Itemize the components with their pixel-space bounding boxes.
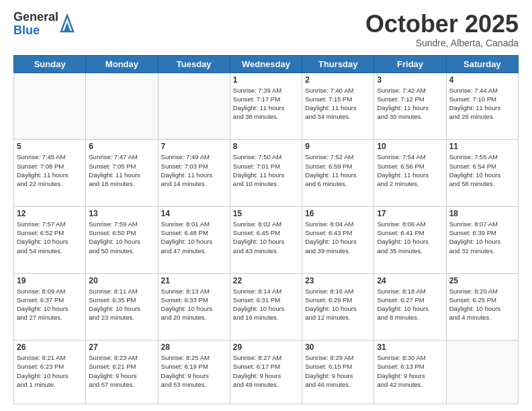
calendar-week-row: 12Sunrise: 7:57 AM Sunset: 6:52 PM Dayli… <box>14 206 519 273</box>
day-number: 27 <box>89 342 154 352</box>
day-info: Sunrise: 8:27 AM Sunset: 6:17 PM Dayligh… <box>233 353 299 389</box>
weekday-header-thursday: Thursday <box>302 55 374 73</box>
day-info: Sunrise: 8:23 AM Sunset: 6:21 PM Dayligh… <box>89 353 154 389</box>
day-number: 31 <box>377 342 443 352</box>
day-number: 5 <box>17 142 83 151</box>
day-number: 16 <box>305 209 371 218</box>
calendar-cell: 31Sunrise: 8:30 AM Sunset: 6:13 PM Dayli… <box>374 340 446 404</box>
calendar-cell: 3Sunrise: 7:42 AM Sunset: 7:12 PM Daylig… <box>374 73 446 140</box>
calendar-cell: 6Sunrise: 7:47 AM Sunset: 7:05 PM Daylig… <box>86 140 158 207</box>
day-info: Sunrise: 7:50 AM Sunset: 7:01 PM Dayligh… <box>233 152 299 188</box>
day-info: Sunrise: 8:13 AM Sunset: 6:33 PM Dayligh… <box>161 287 227 322</box>
calendar-week-row: 19Sunrise: 8:09 AM Sunset: 6:37 PM Dayli… <box>14 273 519 340</box>
title-area: October 2025 Sundre, Alberta, Canada <box>365 11 519 48</box>
day-info: Sunrise: 8:09 AM Sunset: 6:37 PM Dayligh… <box>17 287 83 322</box>
calendar-cell <box>14 73 86 140</box>
calendar-cell: 27Sunrise: 8:23 AM Sunset: 6:21 PM Dayli… <box>86 340 158 404</box>
day-info: Sunrise: 8:07 AM Sunset: 6:39 PM Dayligh… <box>449 220 515 255</box>
calendar-cell: 28Sunrise: 8:25 AM Sunset: 6:19 PM Dayli… <box>158 340 230 404</box>
calendar-cell: 11Sunrise: 7:55 AM Sunset: 6:54 PM Dayli… <box>446 140 518 207</box>
day-info: Sunrise: 8:21 AM Sunset: 6:23 PM Dayligh… <box>17 353 83 389</box>
calendar-table: SundayMondayTuesdayWednesdayThursdayFrid… <box>13 55 519 404</box>
calendar-cell: 2Sunrise: 7:40 AM Sunset: 7:15 PM Daylig… <box>302 73 374 140</box>
calendar-week-row: 1Sunrise: 7:39 AM Sunset: 7:17 PM Daylig… <box>14 73 519 140</box>
day-info: Sunrise: 7:49 AM Sunset: 7:03 PM Dayligh… <box>161 152 227 188</box>
calendar-cell: 5Sunrise: 7:45 AM Sunset: 7:08 PM Daylig… <box>14 140 86 207</box>
calendar-cell: 21Sunrise: 8:13 AM Sunset: 6:33 PM Dayli… <box>158 273 230 340</box>
day-info: Sunrise: 7:47 AM Sunset: 7:05 PM Dayligh… <box>89 152 154 188</box>
day-info: Sunrise: 7:54 AM Sunset: 6:56 PM Dayligh… <box>377 152 443 188</box>
day-number: 25 <box>449 276 515 285</box>
day-info: Sunrise: 8:18 AM Sunset: 6:27 PM Dayligh… <box>377 287 443 322</box>
calendar-cell: 25Sunrise: 8:20 AM Sunset: 6:25 PM Dayli… <box>446 273 518 340</box>
calendar-week-row: 26Sunrise: 8:21 AM Sunset: 6:23 PM Dayli… <box>14 340 519 404</box>
day-info: Sunrise: 7:42 AM Sunset: 7:12 PM Dayligh… <box>377 86 443 122</box>
calendar-cell <box>158 73 230 140</box>
day-number: 30 <box>305 342 371 352</box>
calendar-week-row: 5Sunrise: 7:45 AM Sunset: 7:08 PM Daylig… <box>14 140 519 207</box>
page: General Blue October 2025 Sundre, Albert… <box>0 0 532 411</box>
day-info: Sunrise: 7:55 AM Sunset: 6:54 PM Dayligh… <box>449 152 515 188</box>
day-info: Sunrise: 7:40 AM Sunset: 7:15 PM Dayligh… <box>305 86 371 122</box>
day-number: 14 <box>161 209 227 218</box>
day-info: Sunrise: 7:57 AM Sunset: 6:52 PM Dayligh… <box>17 220 83 255</box>
day-info: Sunrise: 7:52 AM Sunset: 6:59 PM Dayligh… <box>305 152 371 188</box>
day-number: 29 <box>233 342 299 352</box>
day-number: 2 <box>305 75 371 85</box>
day-info: Sunrise: 8:01 AM Sunset: 6:48 PM Dayligh… <box>161 220 227 255</box>
day-number: 26 <box>17 342 83 352</box>
calendar-cell <box>86 73 158 140</box>
calendar-cell: 23Sunrise: 8:16 AM Sunset: 6:29 PM Dayli… <box>302 273 374 340</box>
day-number: 24 <box>377 276 443 285</box>
day-number: 12 <box>17 209 83 218</box>
calendar-cell: 13Sunrise: 7:59 AM Sunset: 6:50 PM Dayli… <box>86 206 158 273</box>
day-info: Sunrise: 7:44 AM Sunset: 7:10 PM Dayligh… <box>449 86 515 122</box>
calendar-cell: 20Sunrise: 8:11 AM Sunset: 6:35 PM Dayli… <box>86 273 158 340</box>
calendar-cell: 30Sunrise: 8:29 AM Sunset: 6:15 PM Dayli… <box>302 340 374 404</box>
weekday-header-sunday: Sunday <box>14 55 86 73</box>
day-number: 6 <box>89 142 154 151</box>
day-info: Sunrise: 8:14 AM Sunset: 6:31 PM Dayligh… <box>233 287 299 322</box>
day-number: 9 <box>305 142 371 151</box>
day-number: 8 <box>233 142 299 151</box>
day-info: Sunrise: 8:04 AM Sunset: 6:43 PM Dayligh… <box>305 220 371 255</box>
day-number: 11 <box>449 142 515 151</box>
day-info: Sunrise: 8:30 AM Sunset: 6:13 PM Dayligh… <box>377 353 443 389</box>
day-info: Sunrise: 8:02 AM Sunset: 6:45 PM Dayligh… <box>233 220 299 255</box>
calendar-cell: 17Sunrise: 8:06 AM Sunset: 6:41 PM Dayli… <box>374 206 446 273</box>
day-number: 28 <box>161 342 227 352</box>
calendar-cell: 29Sunrise: 8:27 AM Sunset: 6:17 PM Dayli… <box>230 340 302 404</box>
day-info: Sunrise: 8:11 AM Sunset: 6:35 PM Dayligh… <box>89 287 154 322</box>
day-number: 7 <box>161 142 227 151</box>
calendar-cell: 26Sunrise: 8:21 AM Sunset: 6:23 PM Dayli… <box>14 340 86 404</box>
day-number: 21 <box>161 276 227 285</box>
day-number: 3 <box>377 75 443 85</box>
calendar-cell <box>446 340 518 404</box>
day-info: Sunrise: 7:59 AM Sunset: 6:50 PM Dayligh… <box>89 220 154 255</box>
day-number: 15 <box>233 209 299 218</box>
day-info: Sunrise: 8:16 AM Sunset: 6:29 PM Dayligh… <box>305 287 371 322</box>
calendar-cell: 15Sunrise: 8:02 AM Sunset: 6:45 PM Dayli… <box>230 206 302 273</box>
calendar-cell: 10Sunrise: 7:54 AM Sunset: 6:56 PM Dayli… <box>374 140 446 207</box>
logo: General Blue <box>13 11 75 38</box>
header: General Blue October 2025 Sundre, Albert… <box>13 11 519 48</box>
day-number: 19 <box>17 276 83 285</box>
day-number: 13 <box>89 209 154 218</box>
day-number: 17 <box>377 209 443 218</box>
weekday-header-tuesday: Tuesday <box>158 55 230 73</box>
weekday-header-friday: Friday <box>374 55 446 73</box>
calendar-cell: 1Sunrise: 7:39 AM Sunset: 7:17 PM Daylig… <box>230 73 302 140</box>
month-title: October 2025 <box>365 11 519 38</box>
calendar-cell: 22Sunrise: 8:14 AM Sunset: 6:31 PM Dayli… <box>230 273 302 340</box>
calendar-cell: 7Sunrise: 7:49 AM Sunset: 7:03 PM Daylig… <box>158 140 230 207</box>
day-info: Sunrise: 8:06 AM Sunset: 6:41 PM Dayligh… <box>377 220 443 255</box>
logo-blue: Blue <box>13 24 58 38</box>
calendar-cell: 9Sunrise: 7:52 AM Sunset: 6:59 PM Daylig… <box>302 140 374 207</box>
day-info: Sunrise: 8:20 AM Sunset: 6:25 PM Dayligh… <box>449 287 515 322</box>
day-number: 4 <box>449 75 515 85</box>
day-info: Sunrise: 7:39 AM Sunset: 7:17 PM Dayligh… <box>233 86 299 122</box>
calendar-cell: 18Sunrise: 8:07 AM Sunset: 6:39 PM Dayli… <box>446 206 518 273</box>
weekday-header-monday: Monday <box>86 55 158 73</box>
calendar-cell: 8Sunrise: 7:50 AM Sunset: 7:01 PM Daylig… <box>230 140 302 207</box>
day-info: Sunrise: 8:29 AM Sunset: 6:15 PM Dayligh… <box>305 353 371 389</box>
